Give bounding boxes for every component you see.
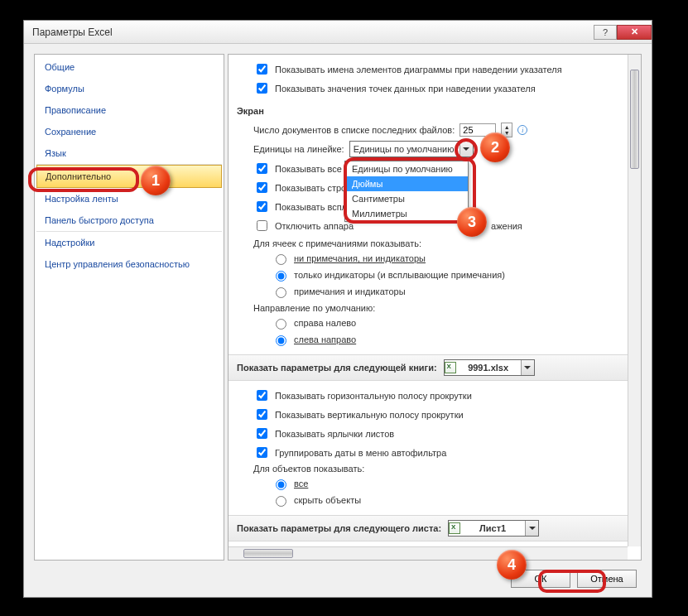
excel-icon: [449, 522, 460, 534]
chk-label: Показывать вертикальную полосу прокрутки: [275, 410, 464, 420]
direction-label: Направление по умолчанию:: [253, 303, 375, 313]
sidebar-item-ribbon[interactable]: Настройка ленты: [36, 188, 222, 209]
chk-vscroll[interactable]: [257, 409, 267, 420]
ruler-units-label: Единицы на линейке:: [253, 144, 344, 154]
section-label: Показать параметры для следующей книги:: [237, 363, 437, 373]
ruler-option-cm[interactable]: Сантиметры: [345, 191, 468, 206]
sidebar-item-label: Надстройки: [45, 238, 94, 248]
excel-options-dialog: Параметры Excel ? ✕ Общие Формулы Правоп…: [23, 20, 652, 598]
recent-files-label: Число документов в списке последних файл…: [253, 125, 455, 135]
chk-data-points[interactable]: [257, 83, 267, 94]
section-screen: Экран: [237, 98, 621, 121]
scroll-thumb[interactable]: [630, 70, 639, 169]
sidebar-item-label: Язык: [45, 148, 66, 158]
dropdown-value: Единицы по умолчанию: [350, 144, 458, 154]
chk-all-windows[interactable]: [257, 163, 267, 174]
radio-comments-both[interactable]: [276, 287, 286, 298]
dialog-title: Параметры Excel: [32, 26, 113, 38]
vertical-scrollbar[interactable]: [628, 55, 641, 546]
radio-label: примечания и индикаторы: [294, 286, 406, 296]
chk-tooltips[interactable]: [257, 201, 267, 212]
ok-button[interactable]: ОК: [511, 570, 570, 588]
chevron-down-icon: [521, 360, 534, 375]
radio-obj-hide[interactable]: [276, 496, 286, 507]
chk-label: Показывать строку: [275, 183, 355, 193]
radio-label: справа налево: [294, 318, 356, 328]
chevron-down-icon: [525, 521, 538, 536]
chk-label: Показывать горизонтальную полосу прокрут…: [275, 391, 472, 401]
sidebar-item-label: Дополнительно: [46, 171, 111, 181]
radio-dir-rtl[interactable]: [276, 319, 286, 330]
sidebar-item-language[interactable]: Язык: [36, 142, 222, 165]
chk-label: Показывать имена элементов диаграммы при…: [275, 65, 562, 75]
book-dropdown[interactable]: 9991.xlsx: [444, 359, 535, 376]
excel-icon: [445, 362, 456, 373]
sidebar-item-quick-access[interactable]: Панель быстрого доступа: [36, 209, 222, 232]
sidebar-item-proofing[interactable]: Правописание: [36, 99, 222, 121]
dialog-body: Общие Формулы Правописание Сохранение Яз…: [24, 44, 652, 561]
ruler-units-dropdown[interactable]: Единицы по умолчанию: [349, 141, 474, 157]
chk-label: Показывать вспль: [275, 202, 352, 212]
chk-label: Показывать ярлычки листов: [275, 429, 394, 439]
ruler-option-mm[interactable]: Миллиметры: [345, 206, 468, 221]
radio-comments-none[interactable]: [276, 254, 286, 265]
sidebar-item-label: Сохранение: [45, 127, 96, 137]
radio-label: слева направо: [294, 334, 356, 344]
radio-label: все: [294, 479, 308, 488]
info-icon[interactable]: i: [517, 125, 527, 135]
help-button[interactable]: ?: [594, 25, 617, 40]
chk-sheet-tabs[interactable]: [257, 428, 267, 439]
ruler-option-default[interactable]: Единицы по умолчанию: [345, 161, 468, 176]
chk-hscroll[interactable]: [257, 390, 267, 401]
chk-group-dates[interactable]: [257, 447, 267, 458]
sidebar-item-label: Центр управления безопасностью: [45, 259, 190, 269]
window-controls: ? ✕: [594, 25, 652, 40]
titlebar: Параметры Excel ? ✕: [24, 21, 652, 44]
ruler-units-popup: Единицы по умолчанию Дюймы Сантиметры Ми…: [344, 161, 469, 222]
cancel-button[interactable]: Отмена: [577, 570, 637, 588]
dropdown-value: Лист1: [476, 523, 509, 533]
sidebar-item-label: Настройка ленты: [45, 194, 118, 204]
radio-label: скрыть объекты: [294, 495, 361, 505]
radio-comments-indicators[interactable]: [276, 271, 286, 282]
section-label: Показать параметры для следующего листа:: [237, 523, 441, 533]
sidebar-item-label: Формулы: [45, 84, 84, 94]
recent-files-input[interactable]: [459, 123, 496, 137]
chk-label: Отключить аппара: [275, 221, 354, 231]
sidebar: Общие Формулы Правописание Сохранение Яз…: [34, 54, 224, 561]
horizontal-scrollbar[interactable]: [229, 546, 628, 560]
scroll-thumb[interactable]: [243, 549, 293, 558]
comments-label: Для ячеек с примечаниями показывать:: [253, 238, 421, 248]
chk-label: Группировать даты в меню автофильтра: [275, 448, 446, 458]
chevron-down-icon: [459, 142, 473, 156]
section-sheet: Показать параметры для следующего листа:…: [229, 515, 628, 541]
sidebar-item-save[interactable]: Сохранение: [36, 121, 222, 142]
chk-label: Показывать значения точек данных при нав…: [275, 84, 536, 94]
sheet-dropdown[interactable]: Лист1: [448, 520, 539, 537]
ruler-option-inches[interactable]: Дюймы: [345, 176, 468, 191]
radio-obj-all[interactable]: [276, 479, 286, 490]
radio-label: только индикаторы (и всплывающие примеча…: [294, 270, 505, 280]
sidebar-item-formulas[interactable]: Формулы: [36, 78, 222, 99]
content-scroll: Показывать имена элементов диаграммы при…: [229, 55, 628, 546]
sidebar-item-label: Общие: [45, 62, 75, 72]
radio-dir-ltr[interactable]: [276, 335, 286, 346]
sidebar-item-label: Правописание: [45, 105, 106, 115]
sidebar-item-advanced[interactable]: Дополнительно: [36, 165, 222, 188]
sidebar-item-general[interactable]: Общие: [36, 56, 222, 78]
radio-label: ни примечания, ни индикаторы: [294, 253, 426, 263]
sidebar-item-trust-center[interactable]: Центр управления безопасностью: [36, 253, 222, 275]
section-book: Показать параметры для следующей книги: …: [229, 354, 628, 381]
chk-diagram-names[interactable]: [257, 64, 267, 75]
chk-formula-bar[interactable]: [257, 182, 267, 193]
objects-label: Для объектов показывать:: [253, 464, 364, 474]
dialog-footer: ОК Отмена: [24, 561, 652, 597]
chk-label-tail: ажения: [491, 221, 522, 231]
dropdown-value: 9991.xlsx: [464, 363, 512, 373]
close-button[interactable]: ✕: [617, 25, 652, 40]
sidebar-item-label: Панель быстрого доступа: [45, 215, 154, 225]
chk-disable-hw[interactable]: [257, 220, 267, 231]
content-pane: Показывать имена элементов диаграммы при…: [228, 54, 642, 561]
sidebar-item-addins[interactable]: Надстройки: [36, 232, 222, 253]
recent-files-spinner[interactable]: ▲▼: [501, 123, 512, 137]
